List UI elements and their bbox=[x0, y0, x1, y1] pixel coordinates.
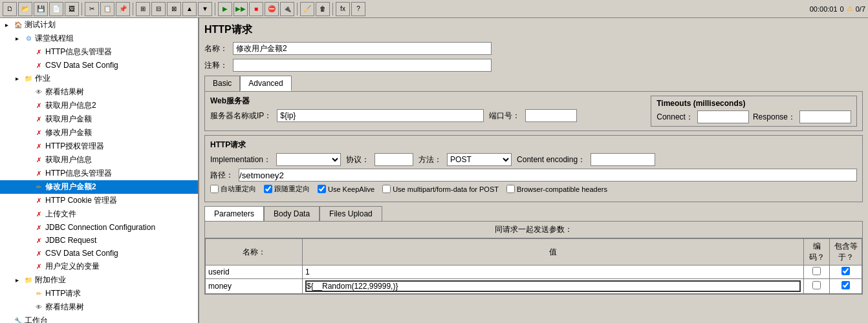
save-as-button[interactable]: 📄 bbox=[49, 2, 63, 16]
auto-redirect-checkbox[interactable] bbox=[210, 185, 219, 193]
protocol-input[interactable] bbox=[374, 153, 413, 166]
tree-item-http-header-manager2[interactable]: ✗HTTP信息头管理器 bbox=[0, 167, 198, 180]
tab-files-upload[interactable]: Files Upload bbox=[320, 206, 382, 221]
eye-icon: 👁 bbox=[34, 302, 44, 313]
tree-item-http-auth-manager[interactable]: ✗HTTP授权管理器 bbox=[0, 140, 198, 153]
expand-button[interactable]: ⊞ bbox=[136, 2, 150, 16]
timeouts-title: Timeouts (milliseconds) bbox=[656, 99, 851, 108]
tree-item-view-results-tree2[interactable]: 👁察看结果树 bbox=[0, 300, 198, 314]
tab-basic[interactable]: Basic bbox=[204, 76, 240, 91]
tree-item-csv-data-set2[interactable]: ✗CSV Data Set Config bbox=[0, 247, 198, 260]
tree-item-http-request-post[interactable]: ✏HTTP请求 bbox=[0, 287, 198, 300]
col-name-header: 名称： bbox=[206, 239, 303, 266]
x-icon: ✗ bbox=[34, 47, 44, 57]
tree-item-http-header-manager[interactable]: ✗HTTP信息头管理器 bbox=[0, 45, 198, 59]
encoding-input[interactable] bbox=[591, 153, 655, 166]
tree-item-thread-group[interactable]: ▸⚙课堂线程组 bbox=[0, 32, 198, 45]
tree-item-http-cookie-manager[interactable]: ✗HTTP Cookie 管理器 bbox=[0, 194, 198, 207]
tree-item-workbench[interactable]: 🔧工作台 bbox=[0, 314, 198, 323]
tree-item-modify-user-balance2[interactable]: ✏修改用户金额2 bbox=[0, 180, 198, 194]
help-button[interactable]: ? bbox=[351, 2, 365, 16]
cut-button[interactable]: ✂ bbox=[85, 2, 99, 16]
multipart-check[interactable]: Use multipart/form-data for POST bbox=[382, 185, 499, 193]
expand-icon[interactable]: ▸ bbox=[16, 276, 23, 284]
include-checkbox[interactable] bbox=[841, 281, 850, 289]
path-input[interactable] bbox=[239, 169, 857, 182]
connect-label: Connect： bbox=[656, 112, 693, 123]
follow-redirect-checkbox[interactable] bbox=[264, 185, 272, 193]
stop-now-button[interactable]: ⛔ bbox=[265, 2, 279, 16]
expand-icon[interactable]: ▸ bbox=[16, 35, 23, 42]
encode-checkbox[interactable] bbox=[812, 267, 821, 275]
tree-item-modify-user-balance[interactable]: ✗修改用户金额 bbox=[0, 126, 198, 140]
encode-checkbox[interactable] bbox=[812, 281, 821, 289]
collapse-button[interactable]: ⊟ bbox=[151, 2, 166, 16]
run-all-button[interactable]: ▶▶ bbox=[233, 2, 248, 16]
x-icon: ✗ bbox=[34, 262, 44, 272]
pencil-icon: ✏ bbox=[34, 289, 44, 299]
tree-item-get-user-info2[interactable]: ✗获取用户信息2 bbox=[0, 99, 198, 112]
impl-select[interactable] bbox=[276, 153, 341, 166]
tree-item-jdbc-connection[interactable]: ✗JDBC Connection Configuration bbox=[0, 221, 198, 234]
revert-button[interactable]: 🖼 bbox=[65, 2, 79, 16]
copy-button[interactable]: 📋 bbox=[100, 2, 114, 16]
connect-input[interactable] bbox=[697, 110, 749, 123]
response-label: Response： bbox=[753, 112, 796, 123]
http-row2: 路径： bbox=[210, 169, 857, 182]
expand-icon[interactable]: ▸ bbox=[5, 21, 13, 28]
keepalive-checkbox[interactable] bbox=[318, 185, 326, 193]
server-name-input[interactable] bbox=[277, 109, 484, 122]
tab-advanced[interactable]: Advanced bbox=[240, 76, 291, 91]
tree-item-label: 获取用户金额 bbox=[45, 114, 92, 125]
param-value-input[interactable] bbox=[305, 280, 801, 292]
x-icon: ✗ bbox=[34, 222, 44, 233]
tree-item-label: 上传文件 bbox=[45, 209, 76, 220]
clear-button[interactable]: 🧹 bbox=[300, 2, 314, 16]
follow-redirect-check[interactable]: 跟随重定向 bbox=[264, 184, 310, 194]
name-input[interactable] bbox=[233, 42, 492, 55]
tree-item-job[interactable]: ▸📁作业 bbox=[0, 72, 198, 85]
tree-item-jdbc-request[interactable]: ✗JDBC Request bbox=[0, 234, 198, 247]
tree-item-label: HTTP授权管理器 bbox=[45, 141, 104, 152]
tab-body-data[interactable]: Body Data bbox=[264, 206, 320, 221]
browser-headers-check[interactable]: Browser-compatible headers bbox=[506, 185, 607, 193]
tree-item-post-job[interactable]: ▸📁附加作业 bbox=[0, 273, 198, 287]
tree-item-view-results-tree[interactable]: 👁察看结果树 bbox=[0, 85, 198, 99]
open-button[interactable]: 📂 bbox=[18, 2, 32, 16]
tree-item-upload-file[interactable]: ✗上传文件 bbox=[0, 207, 198, 221]
tab-parameters[interactable]: Parameters bbox=[204, 206, 264, 221]
method-select[interactable]: POST GET bbox=[447, 153, 512, 166]
save-button[interactable]: 💾 bbox=[34, 2, 48, 16]
comment-input[interactable] bbox=[233, 59, 492, 72]
auto-redirect-check[interactable]: 自动重定向 bbox=[210, 184, 256, 194]
clear-all-button[interactable]: 🗑 bbox=[316, 2, 330, 16]
keepalive-check[interactable]: Use KeepAlive bbox=[318, 185, 374, 193]
tree-item-label: 获取用户信息 bbox=[45, 154, 92, 165]
port-label: 端口号： bbox=[489, 110, 520, 121]
include-checkbox[interactable] bbox=[841, 267, 850, 275]
new-button[interactable]: 🗋 bbox=[3, 2, 17, 16]
x-icon: ✗ bbox=[34, 101, 44, 111]
stop-button[interactable]: ■ bbox=[249, 2, 263, 16]
method-label: 方法： bbox=[418, 154, 442, 165]
run-button[interactable]: ▶ bbox=[218, 2, 232, 16]
tree-item-test-plan[interactable]: ▸🏠测试计划 bbox=[0, 18, 198, 32]
toggle-button[interactable]: ⊠ bbox=[167, 2, 181, 16]
port-input[interactable] bbox=[525, 109, 577, 122]
tree-item-get-user-info[interactable]: ✗获取用户信息 bbox=[0, 153, 198, 167]
up-button[interactable]: ▲ bbox=[182, 2, 197, 16]
tree-item-label: 课堂线程组 bbox=[35, 33, 74, 44]
tree-item-label: 获取用户信息2 bbox=[45, 100, 96, 111]
plan-icon: 🏠 bbox=[13, 20, 23, 30]
expand-icon[interactable]: ▸ bbox=[16, 75, 23, 82]
multipart-checkbox[interactable] bbox=[382, 185, 391, 193]
down-button[interactable]: ▼ bbox=[198, 2, 212, 16]
tree-item-csv-data-set[interactable]: ✗CSV Data Set Config bbox=[0, 59, 198, 72]
function-helper-button[interactable]: fx bbox=[336, 2, 350, 16]
browser-headers-checkbox[interactable] bbox=[506, 185, 515, 193]
shutdown-button[interactable]: 🔌 bbox=[280, 2, 294, 16]
response-input[interactable] bbox=[799, 110, 851, 123]
paste-button[interactable]: 📌 bbox=[116, 2, 130, 16]
tree-item-user-defined-vars[interactable]: ✗用户定义的变量 bbox=[0, 260, 198, 273]
tree-item-get-user-balance[interactable]: ✗获取用户金额 bbox=[0, 112, 198, 126]
